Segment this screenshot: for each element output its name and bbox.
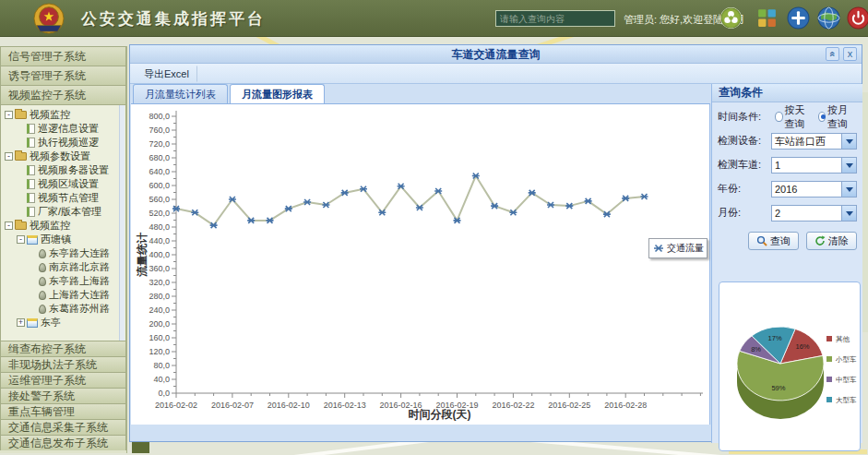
search-button[interactable]: 查询 [748,232,799,250]
svg-text:2016-02-13: 2016-02-13 [324,401,366,410]
select-field[interactable]: 车站路口西 [771,133,857,150]
collapse-window-icon[interactable]: « [826,47,839,61]
select-field[interactable]: 1 [771,157,857,174]
tab-monthly-list[interactable]: 月流量统计列表 [133,84,228,103]
select-value: 1 [772,158,841,173]
svg-text:2016-02-25: 2016-02-25 [548,401,590,410]
tree-node[interactable]: 东亭路大连路 [5,246,125,260]
tree-expander-icon[interactable] [5,222,13,230]
apps-grid-icon[interactable] [755,6,779,30]
tree-node[interactable]: 视频节点管理 [5,191,125,205]
radio-by-day[interactable]: 按天查询 [775,103,814,131]
select-field[interactable]: 2016 [771,181,857,198]
tree-expander-icon[interactable] [5,152,13,161]
tree-node-icon [15,152,27,161]
form-row: 检测设备: 车站路口西 [718,131,857,150]
tree-expander-icon[interactable] [17,318,25,327]
tree-node-label: 上海路大连路 [49,288,110,302]
sidebar-subsystem-item[interactable]: 交通信息采集子系统 [0,419,126,435]
window-title: 车道交通流量查询 [130,45,862,64]
tree-node-icon [27,165,35,175]
tree-node[interactable]: 东葛路苏州路 [5,302,125,316]
svg-text:360,0: 360,0 [149,264,170,273]
tree-node[interactable]: 西塘镇 [5,233,125,246]
radio-by-month[interactable]: 按月查询 [818,103,858,131]
svg-text:中型车: 中型车 [836,376,857,384]
app-header: 公安交通集成指挥平台 管理员: 您好,欢迎登陆使用 [0,0,868,37]
query-buttons: 查询 清除 [712,232,857,250]
sidebar-subsystem-item[interactable]: 重点车辆管理 [0,403,126,419]
radio-icon[interactable] [775,112,783,122]
chevron-down-icon[interactable] [841,134,856,149]
svg-text:240,0: 240,0 [149,305,170,315]
tree-node-icon [27,207,35,217]
tree-node[interactable]: 巡逻信息设置 [5,122,125,136]
form-row: 检测车道: 1 [718,155,857,174]
tree-node[interactable]: 视频监控 [5,108,125,122]
sidebar-subsystem-item[interactable]: 视频监控子系统 [0,85,126,104]
svg-text:520,0: 520,0 [149,209,170,218]
global-search-input[interactable] [495,10,615,27]
tree-node-label: 西塘镇 [41,233,71,246]
legend-series-label: 交通流量 [667,242,704,255]
tree-node-icon [27,138,35,148]
tree-node-icon [15,111,27,119]
tree-node-label: 视频节点管理 [38,191,99,205]
radio-checked-icon[interactable] [818,112,826,122]
svg-text:480,0: 480,0 [149,222,170,232]
tree-node[interactable]: 上海路大连路 [5,288,125,302]
svg-text:大型车: 大型车 [836,396,857,404]
tree-node[interactable]: 南京路北京路 [5,260,125,274]
svg-text:其他: 其他 [836,335,850,343]
recycle-icon[interactable] [719,6,743,30]
tree-node[interactable]: 视频参数设置 [5,150,125,163]
sidebar-bottom-group: 缉查布控子系统 非现场执法子系统 运维管理子系统 接处警子系统 重点车辆管理 [0,341,126,450]
sidebar-subsystem-item[interactable]: 诱导管理子系统 [0,66,126,85]
svg-text:200,0: 200,0 [149,319,170,329]
close-window-icon[interactable]: x [843,47,857,61]
chevron-down-icon[interactable] [841,206,856,221]
field-label: 检测设备: [718,134,771,148]
tree-node[interactable]: 执行视频巡逻 [5,136,125,150]
export-excel-button[interactable]: 导出Excel [136,66,197,82]
svg-text:800,0: 800,0 [149,112,170,121]
tree-node-label: 视频监控 [30,219,70,233]
tree-node[interactable]: 东亭 [5,316,125,329]
sidebar-subsystem-item[interactable]: 接处警子系统 [0,388,126,403]
sidebar-subsystem-item[interactable]: 缉查布控子系统 [0,341,126,356]
tree-expander-icon[interactable] [5,111,13,119]
svg-text:80,0: 80,0 [153,361,170,370]
sidebar-subsystem-item[interactable]: 交通信息发布子系统 [0,435,126,450]
sidebar-subsystem-item[interactable]: 运维管理子系统 [0,372,126,388]
window-toolbar: 导出Excel [130,64,862,84]
svg-text:680,0: 680,0 [149,153,170,162]
tab-monthly-graph[interactable]: 月流量图形报表 [230,84,325,103]
police-badge-logo [33,3,65,34]
svg-text:0,0: 0,0 [158,389,170,398]
clear-button[interactable]: 清除 [806,232,857,250]
svg-text:时间分段(天): 时间分段(天) [409,408,471,421]
sidebar-subsystem-item[interactable]: 非现场执法子系统 [0,356,126,372]
tree-expander-icon[interactable] [17,235,25,244]
tree-node-icon [39,263,46,272]
svg-text:2016-02-28: 2016-02-28 [604,401,647,410]
tree-node[interactable]: 视频服务器设置 [5,163,125,177]
power-icon[interactable] [847,6,868,30]
tree-node[interactable]: 视频监控 [5,219,125,233]
sidebar: 信号管理子系统 诱导管理子系统 视频监控子系统 视频监控 [0,46,127,453]
chevron-down-icon[interactable] [841,158,856,173]
tree-node[interactable]: 东亭路上海路 [5,274,125,288]
vehicle-type-pie-chart: 16%59%8%17%其他小型车中型车大型车 [719,282,860,450]
svg-text:120,0: 120,0 [149,347,170,356]
tree-node-label: 执行视频巡逻 [38,136,99,150]
chevron-down-icon[interactable] [841,182,856,197]
tree-node[interactable]: 视频区域设置 [5,177,125,191]
svg-text:2016-02-02: 2016-02-02 [155,401,197,410]
window-titlebar[interactable]: 车道交通流量查询 « x [130,45,862,64]
select-field[interactable]: 2 [771,205,857,222]
globe-icon[interactable] [817,6,840,30]
sidebar-subsystem-item[interactable]: 信号管理子系统 [0,46,126,66]
tree-node-icon [15,222,27,230]
add-icon[interactable] [787,6,810,30]
tree-node[interactable]: 厂家/版本管理 [5,205,125,219]
